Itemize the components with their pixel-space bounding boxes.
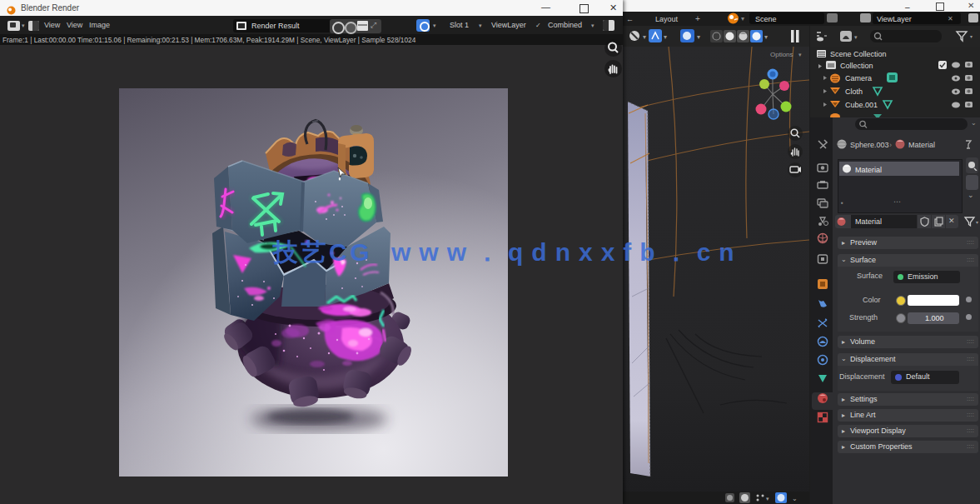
svg-text:▾: ▾ xyxy=(664,33,667,41)
svg-text:Cube.001: Cube.001 xyxy=(845,101,878,109)
svg-text:Sphere.003: Sphere.003 xyxy=(850,141,889,149)
svg-text:Scene Collection: Scene Collection xyxy=(830,50,887,58)
svg-text:▾: ▾ xyxy=(976,220,978,225)
svg-text:▾: ▾ xyxy=(798,52,802,57)
svg-text:Collection: Collection xyxy=(840,62,873,70)
svg-text:⌄: ⌄ xyxy=(792,495,798,502)
svg-text:›: › xyxy=(889,141,892,149)
svg-text:▾: ▾ xyxy=(764,33,768,41)
svg-text:Cloth: Cloth xyxy=(845,87,863,96)
svg-text:Options: Options xyxy=(770,51,793,58)
svg-text:Camera: Camera xyxy=(845,74,872,82)
svg-text:Material: Material xyxy=(855,166,882,174)
svg-text:▾: ▾ xyxy=(643,33,646,41)
svg-text:▾: ▾ xyxy=(697,33,700,41)
svg-text:▾: ▾ xyxy=(766,496,769,502)
svg-text:▾: ▾ xyxy=(854,34,858,40)
svg-text:Material: Material xyxy=(908,141,935,149)
svg-text:▾: ▾ xyxy=(970,34,973,39)
